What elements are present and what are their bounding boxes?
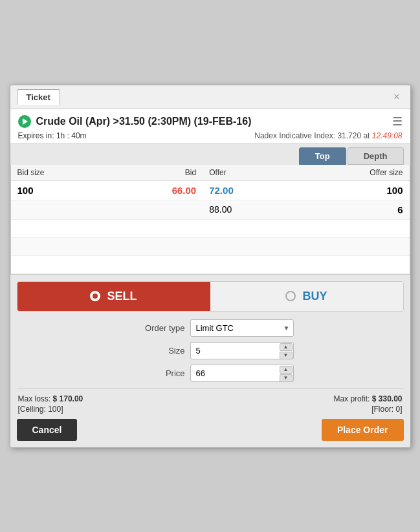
max-loss-row: Max loss: $ 170.00 bbox=[18, 394, 83, 403]
form-grid: Order type Limit GTC Market Limit Day St… bbox=[17, 319, 404, 382]
offer-size-cell bbox=[295, 255, 410, 273]
price-spin-down[interactable]: ▼ bbox=[280, 374, 293, 382]
size-input[interactable] bbox=[190, 342, 294, 359]
size-spinner: ▲ ▼ bbox=[280, 343, 293, 359]
bid-cell bbox=[110, 219, 203, 237]
size-spin-down[interactable]: ▼ bbox=[280, 352, 293, 359]
buy-sell-row: SELL BUY bbox=[17, 281, 404, 312]
bid-size-cell bbox=[11, 200, 111, 219]
table-row bbox=[11, 219, 410, 237]
bid-size-cell: 100 bbox=[11, 180, 111, 200]
sell-radio bbox=[90, 291, 100, 301]
price-row: Price ▲ ▼ bbox=[17, 365, 404, 382]
index-at: at bbox=[363, 131, 370, 140]
index-time: 12:49:08 bbox=[372, 131, 403, 140]
tab-bar: Top Depth bbox=[10, 144, 410, 165]
play-icon bbox=[18, 115, 31, 128]
offer-cell[interactable]: 72.00 bbox=[203, 180, 295, 200]
info-right: Max profit: $ 330.00 [Floor: 0] bbox=[333, 394, 402, 414]
table-row bbox=[11, 255, 410, 273]
sell-label: SELL bbox=[107, 290, 137, 303]
hamburger-icon[interactable]: ☰ bbox=[392, 114, 403, 129]
divider bbox=[17, 388, 404, 389]
offer-cell: 88.00 bbox=[203, 200, 295, 219]
offer-cell bbox=[203, 237, 295, 255]
buy-label: BUY bbox=[302, 290, 327, 303]
bid-cell bbox=[110, 237, 203, 255]
bid-size-cell bbox=[11, 219, 111, 237]
table-row: 88.006 bbox=[11, 200, 410, 219]
price-spin-up[interactable]: ▲ bbox=[280, 366, 293, 374]
price-label: Price bbox=[127, 368, 185, 378]
title-bar-left: Ticket bbox=[17, 89, 60, 105]
table-row bbox=[11, 237, 410, 255]
ceiling-label: [Ceiling: 100] bbox=[18, 405, 83, 414]
size-input-wrap: ▲ ▼ bbox=[190, 342, 294, 359]
bid-size-header: Bid size bbox=[11, 165, 111, 181]
title-bar: Ticket × bbox=[10, 85, 410, 109]
bid-size-cell bbox=[11, 255, 111, 273]
sell-button[interactable]: SELL bbox=[17, 282, 210, 311]
bottom-section: SELL BUY Order type Limit GTC Market Lim… bbox=[10, 275, 410, 447]
close-button[interactable]: × bbox=[390, 90, 403, 104]
index-info: Nadex Indicative Index: 31.720 at 12:49:… bbox=[254, 131, 402, 140]
max-loss-label: Max loss: bbox=[18, 394, 51, 403]
index-label: Nadex Indicative Index: bbox=[254, 131, 335, 140]
offer-size-cell bbox=[295, 237, 410, 255]
order-type-row: Order type Limit GTC Market Limit Day St… bbox=[17, 319, 404, 337]
place-order-button[interactable]: Place Order bbox=[322, 419, 404, 441]
offer-size-cell: 100 bbox=[295, 180, 410, 200]
max-loss-value: $ 170.00 bbox=[53, 394, 83, 403]
offer-size-header: Offer size bbox=[295, 165, 410, 181]
size-spin-up[interactable]: ▲ bbox=[280, 343, 293, 351]
buy-radio bbox=[285, 291, 296, 301]
bid-cell[interactable]: 66.00 bbox=[110, 180, 203, 200]
index-value: 31.720 bbox=[337, 131, 361, 140]
market-section: Bid size Bid Offer Offer size 10066.0072… bbox=[10, 165, 410, 275]
info-row: Max loss: $ 170.00 [Ceiling: 100] Max pr… bbox=[17, 394, 404, 414]
floor-label: [Floor: 0] bbox=[333, 405, 402, 414]
expires-text: Expires in: 1h : 40m bbox=[18, 131, 87, 140]
expires-value: 1h : 40m bbox=[56, 131, 87, 140]
offer-cell bbox=[203, 219, 295, 237]
max-profit-label: Max profit: bbox=[333, 394, 370, 403]
size-label: Size bbox=[127, 346, 185, 356]
info-left: Max loss: $ 170.00 [Ceiling: 100] bbox=[18, 394, 83, 414]
order-type-wrap: Limit GTC Market Limit Day Stop GTC ▼ bbox=[190, 319, 294, 337]
offer-size-cell bbox=[295, 219, 410, 237]
order-type-select[interactable]: Limit GTC Market Limit Day Stop GTC bbox=[190, 319, 294, 337]
max-profit-value: $ 330.00 bbox=[372, 394, 403, 403]
sub-row: Expires in: 1h : 40m Nadex Indicative In… bbox=[18, 131, 403, 140]
tab-depth[interactable]: Depth bbox=[348, 147, 404, 165]
order-type-label: Order type bbox=[127, 323, 185, 333]
table-header-row: Bid size Bid Offer Offer size bbox=[11, 165, 410, 181]
cancel-button[interactable]: Cancel bbox=[17, 419, 78, 441]
ticket-tab[interactable]: Ticket bbox=[17, 89, 60, 105]
instrument-row: Crude Oil (Apr) >31.50 (2:30PM) (19-FEB-… bbox=[18, 114, 403, 129]
price-input[interactable] bbox=[190, 365, 294, 382]
table-row: 10066.0072.00100 bbox=[11, 180, 410, 200]
ticket-window: Ticket × Crude Oil (Apr) >31.50 (2:30PM)… bbox=[10, 85, 411, 448]
price-input-wrap: ▲ ▼ bbox=[190, 365, 294, 382]
tab-top[interactable]: Top bbox=[299, 147, 346, 165]
bid-cell bbox=[110, 200, 203, 219]
buy-button[interactable]: BUY bbox=[210, 282, 403, 311]
action-row: Cancel Place Order bbox=[17, 419, 404, 441]
market-table: Bid size Bid Offer Offer size 10066.0072… bbox=[11, 165, 410, 274]
instrument-left: Crude Oil (Apr) >31.50 (2:30PM) (19-FEB-… bbox=[18, 115, 252, 128]
header: Crude Oil (Apr) >31.50 (2:30PM) (19-FEB-… bbox=[10, 109, 410, 144]
price-spinner: ▲ ▼ bbox=[280, 366, 293, 382]
size-row: Size ▲ ▼ bbox=[17, 342, 404, 359]
offer-header: Offer bbox=[203, 165, 295, 181]
max-profit-row: Max profit: $ 330.00 bbox=[333, 394, 402, 403]
bid-cell bbox=[110, 255, 203, 273]
offer-cell bbox=[203, 255, 295, 273]
instrument-name: Crude Oil (Apr) >31.50 (2:30PM) (19-FEB-… bbox=[36, 116, 252, 127]
expires-label: Expires in: bbox=[18, 131, 54, 140]
bid-size-cell bbox=[11, 237, 111, 255]
offer-size-cell: 6 bbox=[295, 200, 410, 219]
bid-header: Bid bbox=[110, 165, 203, 181]
